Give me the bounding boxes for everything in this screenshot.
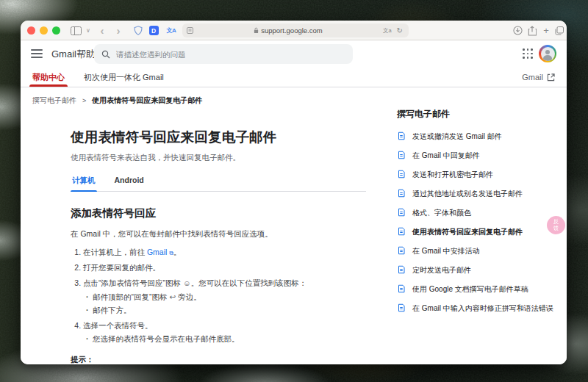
article-icon (397, 131, 406, 140)
translate-extension-icon[interactable]: 文A (165, 21, 178, 40)
tab-computer[interactable]: 计算机 (71, 176, 97, 191)
search-box[interactable] (94, 44, 353, 64)
steps-list: 在计算机上，前往 Gmail ⧉。 打开您要回复的邮件。 点击“添加表情符号回应… (71, 246, 366, 346)
browser-window: ∨ ‹ › D 文A support.google.com 文a ↻ (21, 21, 567, 364)
step-1: 在计算机上，前往 Gmail ⧉。 (83, 246, 366, 259)
tab-overview-icon[interactable] (553, 21, 565, 40)
article-icon (397, 189, 406, 198)
sidebar-item[interactable]: 使用 Google 文档撰写电子邮件草稿 (397, 284, 557, 295)
gmail-external-link[interactable]: Gmail (522, 73, 555, 82)
sidebar-item[interactable]: 发送和打开机密电子邮件 (397, 169, 557, 180)
reload-icon[interactable]: ↻ (397, 26, 403, 35)
breadcrumb-current: 使用表情符号回应来回复电子邮件 (92, 96, 202, 106)
downloads-icon[interactable] (512, 21, 523, 40)
sidebar-item[interactable]: 在 Gmail 中回复邮件 (397, 150, 557, 161)
article-icon (397, 227, 406, 236)
sidebar-item[interactable]: 在 Gmail 中输入内容时修正拼写和语法错误 (397, 303, 557, 314)
privacy-shield-icon[interactable] (132, 21, 144, 40)
step-4-sub-1: 您选择的表情符号会显示在电子邮件底部。 (85, 333, 366, 346)
search-input[interactable] (116, 50, 345, 59)
sidebar-title: 撰写电子邮件 (397, 108, 557, 120)
d-extension-icon[interactable]: D (148, 21, 159, 40)
sidebar-item[interactable]: 在 Gmail 中安排活动 (397, 245, 557, 256)
new-tab-icon[interactable]: + (540, 21, 552, 40)
help-nav-tabs: 帮助中心 初次使用一体化 Gmail Gmail (21, 68, 567, 87)
back-button[interactable]: ‹ (97, 21, 107, 40)
article-icon (397, 208, 406, 217)
add-reaction-icon: ☺ (183, 278, 191, 287)
gmail-link-inline[interactable]: Gmail (147, 248, 167, 256)
breadcrumb-separator-icon: > (82, 97, 86, 104)
tab-help-center[interactable]: 帮助中心 (32, 68, 65, 87)
step-3-sub-1: 邮件顶部的“回复”图标 ↩ 旁边。 (85, 291, 366, 304)
avatar[interactable] (539, 45, 556, 62)
menu-icon[interactable] (31, 49, 43, 58)
article-icon (397, 170, 406, 179)
tab-integrated-gmail[interactable]: 初次使用一体化 Gmail (84, 68, 164, 87)
reply-icon: ↩ (169, 292, 176, 301)
sidebar-item[interactable]: 通过其他地址或别名发送电子邮件 (397, 188, 557, 199)
related-articles-sidebar: 撰写电子邮件 发送或撤消发送 Gmail 邮件 在 Gmail 中回复邮件 发送… (397, 108, 557, 322)
step-3-sub-2: 邮件下方。 (85, 304, 366, 317)
breadcrumb: 撰写电子邮件 > 使用表情符号回应来回复电子邮件 (21, 87, 567, 106)
page-translate-icon[interactable]: 文a (383, 27, 392, 35)
product-title[interactable]: Gmail帮助 (51, 48, 96, 61)
url-text: support.google.com (261, 26, 322, 35)
sidebar-item[interactable]: 发送或撤消发送 Gmail 邮件 (397, 131, 557, 142)
article-icon (397, 303, 406, 312)
sidebar-item[interactable]: 定时发送电子邮件 (397, 264, 557, 275)
reader-view-icon[interactable] (187, 27, 193, 34)
browser-toolbar: ∨ ‹ › D 文A support.google.com 文a ↻ (21, 21, 567, 40)
zoom-window-button[interactable] (52, 26, 60, 35)
step-2: 打开您要回复的邮件。 (83, 262, 366, 275)
search-icon (101, 50, 110, 59)
help-page: Gmail帮助 帮助中心 初次使用一体化 Gmail Gmail 撰写电 (21, 40, 567, 364)
sidebar-toggle-icon[interactable] (69, 21, 82, 40)
page-subtitle: 使用表情符号来表达自我，并快速回复电子邮件。 (71, 153, 366, 163)
section-title-add-reaction: 添加表情符号回应 (71, 206, 366, 220)
article: 使用表情符号回应来回复电子邮件 使用表情符号来表达自我，并快速回复电子邮件。 计… (71, 128, 366, 364)
article-icon (397, 151, 406, 159)
article-icon (397, 246, 406, 255)
feedback-tab[interactable]: 反馈 (547, 216, 565, 234)
article-icon (397, 265, 406, 274)
section-intro: 在 Gmail 中，您可以在每封邮件中找到表情符号回应选项。 (71, 227, 366, 240)
page-title: 使用表情符号回应来回复电子邮件 (71, 128, 366, 146)
share-icon[interactable] (526, 21, 538, 40)
external-link-icon (547, 73, 555, 82)
google-apps-icon[interactable] (523, 48, 533, 59)
step-3: 点击“添加表情符号回应”图标 ☺。您可以在以下位置找到该图标： 邮件顶部的“回复… (83, 277, 366, 317)
sidebar-item-current[interactable]: 使用表情符号回应来回复电子邮件 (397, 226, 557, 237)
site-header: Gmail帮助 (21, 40, 567, 68)
address-bar[interactable]: support.google.com 文a ↻ (182, 24, 409, 37)
forward-button[interactable]: › (113, 21, 123, 40)
step-4: 选择一个表情符号。 您选择的表情符号会显示在电子邮件底部。 (83, 320, 366, 347)
sidebar-item[interactable]: 格式、字体和颜色 (397, 207, 557, 218)
tips-label: 提示： (71, 355, 366, 364)
article-icon (397, 284, 406, 293)
device-tabs: 计算机 Android (71, 176, 366, 192)
chevron-down-icon[interactable]: ∨ (84, 21, 93, 40)
lock-icon (254, 27, 259, 34)
breadcrumb-parent[interactable]: 撰写电子邮件 (32, 96, 76, 106)
tab-android[interactable]: Android (113, 176, 146, 191)
minimize-window-button[interactable] (40, 26, 48, 35)
close-window-button[interactable] (27, 26, 35, 35)
